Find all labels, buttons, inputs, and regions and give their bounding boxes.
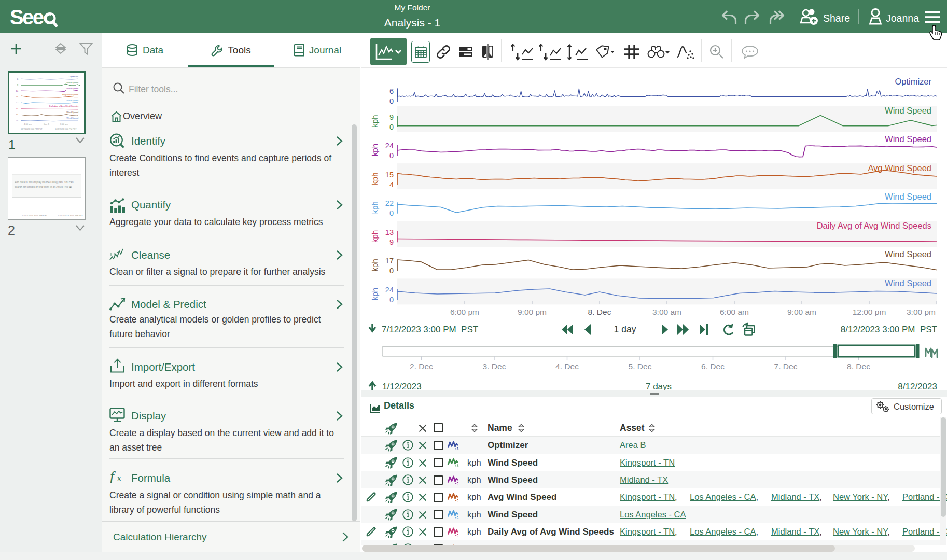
svg-text:4:00 pm: 4:00 pm (24, 123, 32, 125)
svg-text:0: 0 (389, 267, 394, 275)
svg-text:kph: kph (370, 115, 379, 128)
svg-text:24: 24 (385, 286, 394, 294)
svg-text:See: See (10, 7, 44, 28)
svg-text:Wind Speed: Wind Speed (885, 106, 931, 115)
svg-text:9:00 am: 9:00 am (787, 307, 816, 316)
svg-text:0: 0 (389, 97, 394, 105)
svg-text:Add data to this display via t: Add data to this display via the Data▤ t… (15, 180, 74, 184)
svg-text:5. Dec: 5. Dec (629, 362, 652, 371)
svg-text:3:00 pm: 3:00 pm (907, 307, 936, 316)
svg-text:Optimizer: Optimizer (69, 75, 79, 78)
svg-text:kph: kph (370, 259, 379, 271)
svg-text:6:00 pm: 6:00 pm (450, 307, 479, 316)
svg-text:24: 24 (385, 142, 394, 150)
svg-text:search for signals or find the: search for signals or find them in an As… (15, 185, 72, 188)
svg-text:9: 9 (17, 83, 19, 86)
svg-text:Wind Speed: Wind Speed (885, 192, 931, 201)
svg-text:4. Dec: 4. Dec (555, 362, 579, 371)
svg-text:6: 6 (17, 78, 19, 80)
svg-text:9:00 pm: 9:00 pm (518, 307, 547, 316)
svg-text:Wind Speed: Wind Speed (66, 81, 78, 84)
svg-text:12/8/2023 3:00 PM PST: 12/8/2023 3:00 PM PST (55, 128, 77, 130)
svg-text:17: 17 (385, 257, 394, 265)
svg-text:Optimizer: Optimizer (895, 77, 931, 86)
svg-text:6: 6 (389, 87, 394, 95)
svg-text:12:00 pm: 12:00 pm (853, 307, 886, 316)
svg-text:24: 24 (16, 90, 18, 92)
svg-text:kph: kph (370, 230, 379, 243)
svg-text:Wind Speed: Wind Speed (885, 249, 931, 259)
svg-text:22: 22 (16, 101, 18, 104)
svg-text:kph: kph (370, 144, 379, 156)
svg-text:Wind Speed: Wind Speed (66, 99, 78, 102)
svg-text:f: f (110, 469, 116, 483)
svg-text:7/12/2023 3:00 PM PST: 7/12/2023 3:00 PM PST (382, 325, 478, 334)
svg-text:2. Dec: 2. Dec (410, 362, 433, 371)
svg-text:0: 0 (389, 123, 394, 131)
svg-text:13: 13 (385, 228, 394, 236)
svg-text:8. Dec: 8. Dec (588, 307, 611, 316)
svg-text:22: 22 (385, 199, 394, 207)
svg-text:24: 24 (16, 119, 18, 122)
svg-text:3. Dec: 3. Dec (483, 362, 506, 371)
svg-text:Daily Avg of Avg Wind Speeds: Daily Avg of Avg Wind Speeds (817, 221, 931, 230)
svg-text:17: 17 (16, 113, 18, 116)
svg-text:6:00 am: 6:00 am (720, 307, 749, 316)
svg-text:kph: kph (370, 201, 379, 214)
svg-text:Wind Speed: Wind Speed (885, 278, 931, 288)
svg-text:12/12/2023 3:01 PM PST: 12/12/2023 3:01 PM PST (58, 214, 83, 217)
svg-text:8/12/2023 3:00 PM PST: 8/12/2023 3:00 PM PST (841, 325, 937, 334)
svg-text:Wind Speed: Wind Speed (66, 87, 78, 90)
svg-text:12/7/2023 3:00 PM PST: 12/7/2023 3:00 PM PST (21, 128, 43, 130)
svg-text:0: 0 (389, 151, 394, 160)
svg-text:9: 9 (389, 238, 394, 246)
svg-text:Wind Speed: Wind Speed (66, 111, 78, 114)
svg-text:3:00 am: 3:00 am (652, 307, 681, 316)
svg-text:7. Dec: 7. Dec (774, 362, 798, 371)
svg-text:Daily Avg of Avg Wind Speeds: Daily Avg of Avg Wind Speeds (49, 105, 78, 107)
svg-text:15: 15 (16, 95, 18, 98)
svg-text:x: x (117, 472, 122, 483)
svg-text:Wind Speed: Wind Speed (66, 117, 78, 119)
svg-text:4: 4 (389, 180, 394, 189)
svg-text:13: 13 (16, 107, 18, 110)
svg-text:9: 9 (389, 113, 394, 121)
svg-text:kph: kph (370, 288, 379, 300)
svg-text:Avg Wind Speed: Avg Wind Speed (868, 163, 931, 173)
svg-text:0: 0 (389, 209, 394, 217)
svg-text:kph: kph (370, 173, 379, 185)
svg-text:12/12/2023 3:01 PM PST: 12/12/2023 3:01 PM PST (22, 214, 48, 217)
svg-text:1 day: 1 day (614, 324, 636, 334)
svg-text:8:00 am: 8:00 am (60, 123, 68, 125)
svg-text:Avg Wind Speed: Avg Wind Speed (62, 93, 79, 96)
svg-text:0: 0 (389, 296, 394, 304)
svg-text:6. Dec: 6. Dec (701, 362, 725, 371)
svg-text:Dec 8: Dec 8 (44, 123, 50, 125)
svg-text:15: 15 (385, 171, 394, 179)
svg-text:8. Dec: 8. Dec (847, 362, 870, 371)
svg-text:Wind Speed: Wind Speed (885, 134, 931, 144)
